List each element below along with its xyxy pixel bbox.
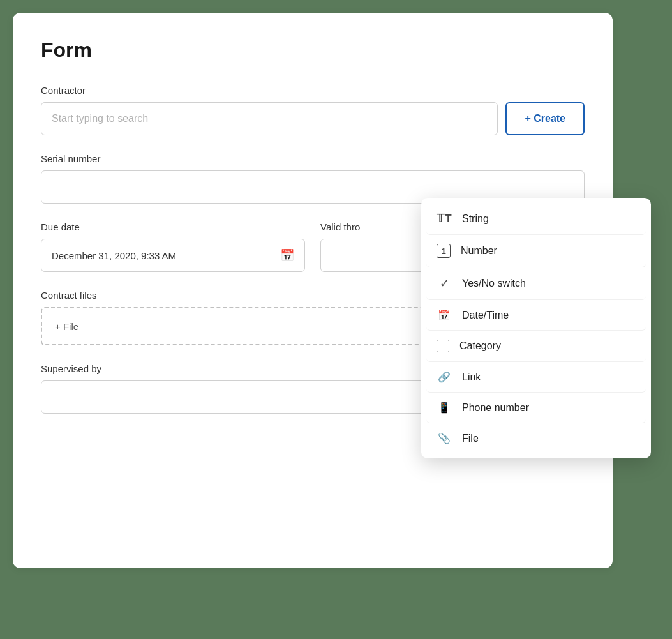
- dropdown-item-category[interactable]: Category: [426, 331, 646, 362]
- phone-icon: 📱: [437, 402, 452, 414]
- dropdown-item-phone-label: Phone number: [462, 402, 529, 414]
- dropdown-item-link[interactable]: 🔗 Link: [426, 362, 646, 393]
- dropdown-item-category-label: Category: [459, 340, 501, 352]
- serial-number-field: Serial number: [41, 153, 585, 204]
- dropdown-item-phone[interactable]: 📱 Phone number: [426, 393, 646, 423]
- contractor-search-input[interactable]: [41, 102, 498, 135]
- dropdown-item-number-label: Number: [461, 245, 497, 257]
- datetime-icon: 📅: [437, 309, 452, 321]
- contractor-label: Contractor: [41, 85, 585, 96]
- category-icon: [437, 340, 449, 352]
- dropdown-item-datetime-label: Date/Time: [462, 310, 509, 321]
- serial-number-label: Serial number: [41, 153, 585, 164]
- due-date-value: December 31, 2020, 9:33 AM: [52, 250, 280, 261]
- page-title: Form: [41, 38, 585, 62]
- contractor-field: Contractor + Create: [41, 85, 585, 135]
- dropdown-item-datetime[interactable]: 📅 Date/Time: [426, 300, 646, 331]
- contractor-row: + Create: [41, 102, 585, 135]
- dropdown-item-string-label: String: [462, 213, 489, 225]
- dropdown-item-yesno-label: Yes/No switch: [462, 278, 526, 289]
- form-card: Form Contractor + Create Serial number D…: [13, 13, 613, 568]
- dropdown-item-link-label: Link: [462, 372, 481, 383]
- dropdown-item-yesno[interactable]: ✓ Yes/No switch: [426, 267, 646, 300]
- type-dropdown-menu: 𝕋 T String 1 Number ✓ Yes/No switch 📅 Da…: [421, 198, 651, 458]
- due-date-input-wrapper[interactable]: December 31, 2020, 9:33 AM 📅: [41, 239, 305, 272]
- dropdown-item-string[interactable]: 𝕋 T String: [426, 203, 646, 235]
- due-date-label: Due date: [41, 222, 305, 232]
- file-upload-label: + File: [55, 321, 78, 332]
- dropdown-item-file-label: File: [462, 433, 479, 444]
- due-date-field: Due date December 31, 2020, 9:33 AM 📅: [41, 222, 305, 272]
- number-icon: 1: [437, 244, 451, 258]
- dropdown-item-number[interactable]: 1 Number: [426, 235, 646, 267]
- link-icon: 🔗: [437, 371, 452, 383]
- create-button[interactable]: + Create: [505, 102, 585, 135]
- check-icon: ✓: [437, 276, 452, 290]
- dropdown-item-file[interactable]: 📎 File: [426, 423, 646, 453]
- string-icon: 𝕋 T: [437, 212, 452, 225]
- file-icon: 📎: [437, 432, 452, 444]
- calendar-icon: 📅: [280, 248, 294, 262]
